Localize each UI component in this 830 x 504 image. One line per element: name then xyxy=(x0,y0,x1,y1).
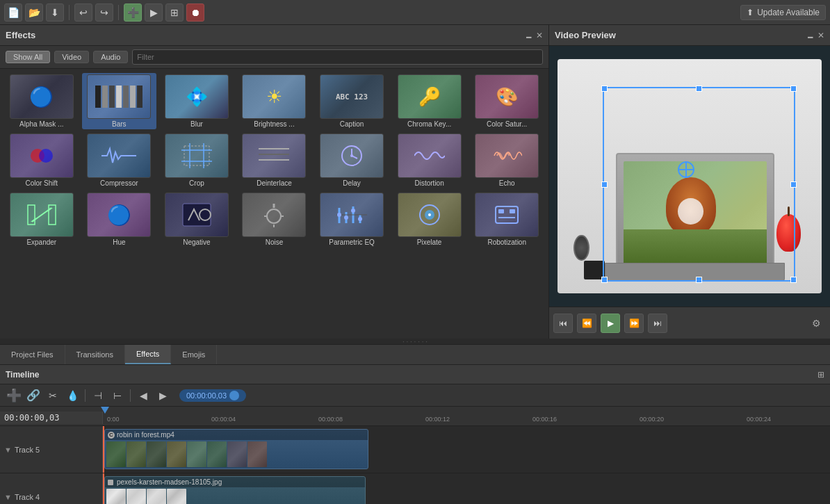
effect-bars-thumb xyxy=(87,74,151,119)
effect-negative-label: Negative xyxy=(183,238,210,246)
effect-color-shift[interactable]: Color Shift xyxy=(4,132,79,188)
effect-bars[interactable]: Bars xyxy=(82,73,157,129)
filmstrip-frame-1 xyxy=(106,441,126,467)
preview-header-controls: 🗕 ✕ xyxy=(806,31,824,40)
filmstrip-frame-4 xyxy=(167,441,186,467)
track-5-content[interactable]: C robin in forest.mp4 xyxy=(103,426,830,473)
img-frame-1 xyxy=(106,489,126,504)
skip-to-end-button[interactable]: ⏭ xyxy=(648,314,667,333)
clip-img-indicator xyxy=(108,480,113,485)
preview-settings-button[interactable]: ⚙ xyxy=(806,314,826,333)
effects-grid: 🔵 Alpha Mask ... xyxy=(4,73,544,247)
tab-effects[interactable]: Effects xyxy=(125,345,171,364)
effect-distortion[interactable]: Distortion xyxy=(392,132,467,188)
img-frame-4 xyxy=(167,489,186,504)
clip-pexels-header: pexels-karsten-madsen-18105.jpg xyxy=(105,477,365,487)
effect-compressor[interactable]: Compressor xyxy=(82,132,157,188)
effect-hue[interactable]: 🔵 Hue xyxy=(82,191,157,247)
effects-grid-container[interactable]: 🔵 Alpha Mask ... xyxy=(0,69,548,339)
effect-color-satur[interactable]: 🎨 Color Satur... xyxy=(469,73,544,129)
effect-distortion-label: Distortion xyxy=(415,179,444,187)
effect-caption[interactable]: ABC 123 Caption xyxy=(314,73,389,129)
effect-robotization[interactable]: Robotization xyxy=(469,191,544,247)
update-available-button[interactable]: ⬆ Update Available xyxy=(740,5,826,20)
effects-panel-title: Effects xyxy=(6,30,35,40)
track-4-content[interactable]: pexels-karsten-madsen-18105.jpg xyxy=(103,473,830,504)
undo-button[interactable]: ↩ xyxy=(74,3,92,22)
playhead-handle[interactable] xyxy=(229,391,239,400)
add-track-button[interactable]: ➕ xyxy=(6,387,22,404)
clip-pexels-image[interactable]: pexels-karsten-madsen-18105.jpg xyxy=(104,476,366,504)
ripple-button[interactable]: 💧 xyxy=(64,387,81,404)
effect-expander[interactable]: Expander xyxy=(4,191,79,247)
effect-delay-label: Delay xyxy=(343,179,361,187)
effect-parametric-eq[interactable]: Parametric EQ xyxy=(314,191,389,247)
effect-brightness[interactable]: ☀ Brightness ... xyxy=(237,73,312,129)
effect-deinterlace[interactable]: Deinterlace xyxy=(237,132,312,188)
next-marker-button[interactable]: ▶ xyxy=(154,387,171,404)
timeline-content: 0:00 00:00:04 00:00:08 00:00:12 00:00:16… xyxy=(0,407,830,504)
add-button[interactable]: ➕ xyxy=(124,3,142,22)
timeline-expand[interactable]: ⊞ xyxy=(817,370,824,380)
svg-point-34 xyxy=(351,209,355,213)
tab-project-files[interactable]: Project Files xyxy=(0,345,65,364)
filmstrip-frame-5 xyxy=(187,441,206,467)
save-button[interactable]: ⬇ xyxy=(46,3,64,22)
effect-chroma-key[interactable]: 🔑 Chroma Key... xyxy=(392,73,467,129)
filmstrip-frame-8 xyxy=(247,441,267,467)
effect-parametric-eq-label: Parametric EQ xyxy=(329,238,375,246)
next-frame-button[interactable]: ⏩ xyxy=(624,314,644,333)
track-5-collapse[interactable]: ▼ xyxy=(4,446,12,454)
cut-button[interactable]: ✂ xyxy=(44,387,61,404)
tab-emojis[interactable]: Emojis xyxy=(171,345,217,364)
effect-compressor-thumb xyxy=(87,133,151,178)
effect-alpha-mask[interactable]: 🔵 Alpha Mask ... xyxy=(4,73,79,129)
effects-close[interactable]: ✕ xyxy=(536,31,543,40)
effects-filter-input[interactable] xyxy=(132,49,543,65)
effect-noise-thumb xyxy=(242,193,306,237)
preview-button[interactable]: ▶ xyxy=(145,3,163,22)
effect-robotization-label: Robotization xyxy=(487,238,526,246)
effect-caption-label: Caption xyxy=(340,120,364,128)
preview-panel-title: Video Preview xyxy=(555,30,616,40)
ruler-mark-2: 00:00:08 xyxy=(318,416,343,423)
open-button[interactable]: 📂 xyxy=(25,3,43,22)
effect-pixelate-thumb xyxy=(398,193,462,237)
play-pause-button[interactable]: ▶ xyxy=(601,314,620,333)
effect-delay[interactable]: Delay xyxy=(314,132,389,188)
preview-minimize[interactable]: 🗕 xyxy=(806,31,815,40)
ruler-mark-1: 00:00:04 xyxy=(211,416,236,423)
snap-button[interactable]: 🔗 xyxy=(25,387,42,404)
track-4-collapse[interactable]: ▼ xyxy=(4,493,12,501)
effect-chroma-key-label: Chroma Key... xyxy=(407,120,451,128)
tab-transitions[interactable]: Transitions xyxy=(65,345,125,364)
skip-start-tl-button[interactable]: ⊣ xyxy=(90,387,106,404)
effect-crop[interactable]: Crop xyxy=(159,132,234,188)
effect-negative[interactable]: Negative xyxy=(159,191,234,247)
record-button[interactable]: ⏺ xyxy=(186,3,204,22)
new-button[interactable]: 📄 xyxy=(4,3,22,22)
fullscreen-button[interactable]: ⊞ xyxy=(165,3,184,22)
timeline-title: Timeline xyxy=(6,370,39,380)
filter-audio[interactable]: Audio xyxy=(93,51,128,63)
prev-marker-button[interactable]: ◀ xyxy=(135,387,152,404)
preview-close[interactable]: ✕ xyxy=(817,31,824,40)
clip-robin-header: C robin in forest.mp4 xyxy=(105,430,368,440)
effect-echo[interactable]: Echo xyxy=(469,132,544,188)
resize-handle[interactable]: · · · · · · · xyxy=(0,339,830,344)
effect-pixelate[interactable]: Pixelate xyxy=(392,191,467,247)
effect-noise[interactable]: Noise xyxy=(237,191,312,247)
track-5-empty xyxy=(368,426,830,473)
clip-robin-forest[interactable]: C robin in forest.mp4 xyxy=(104,429,368,469)
effect-pixelate-label: Pixelate xyxy=(417,238,442,246)
previous-frame-button[interactable]: ⏪ xyxy=(577,314,596,333)
redo-button[interactable]: ↪ xyxy=(95,3,113,22)
clip-robin-label: robin in forest.mp4 xyxy=(117,431,174,439)
effects-minimize[interactable]: 🗕 xyxy=(525,31,533,40)
skip-to-start-button[interactable]: ⏮ xyxy=(553,314,573,333)
timeline-header: Timeline ⊞ xyxy=(0,365,830,384)
filter-video[interactable]: Video xyxy=(54,51,89,63)
effect-blur[interactable]: 💠 Blur xyxy=(159,73,234,129)
filter-show-all[interactable]: Show All xyxy=(6,51,50,63)
skip-end-tl-button[interactable]: ⊢ xyxy=(109,387,126,404)
